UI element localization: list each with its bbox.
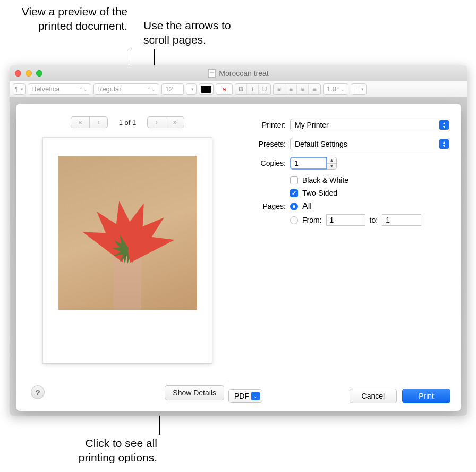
text-style-group: B I U [235, 83, 271, 95]
list-style-button[interactable]: ≣▾ [351, 83, 367, 95]
copies-input[interactable] [290, 157, 327, 170]
font-style-value: Regular [97, 85, 122, 93]
print-button[interactable]: Print [402, 389, 450, 403]
cancel-button[interactable]: Cancel [350, 389, 397, 403]
pages-from-input[interactable] [326, 214, 366, 226]
font-style-select[interactable]: Regular⌃⌄ [94, 83, 159, 95]
pages-from-label: From: [302, 216, 322, 224]
preview-image-melon [69, 190, 186, 254]
line-spacing-select[interactable]: 1.0⌃⌄ [323, 83, 348, 95]
two-sided-checkbox[interactable] [290, 189, 298, 197]
copies-step-down[interactable]: ▼ [327, 164, 336, 170]
text-color-swatch[interactable] [199, 83, 214, 95]
font-size-stepper[interactable]: ▾ [186, 83, 197, 95]
presets-label: Presets: [244, 140, 286, 148]
window-titlebar: Moroccan treat [10, 65, 468, 81]
format-toolbar: ¶▾ Helvetica⌃⌄ Regular⌃⌄ 12 ▾ a B I U ≡ … [10, 81, 468, 97]
presets-popup[interactable]: Default Settings ▲▼ [290, 138, 450, 150]
black-white-label: Black & White [302, 176, 348, 184]
pdf-menu-button[interactable]: PDF ⌄ [228, 389, 262, 403]
popup-arrows-icon: ▲▼ [439, 139, 449, 149]
print-sheet: « ‹ 1 of 1 › » [16, 104, 461, 411]
pages-to-label: to: [370, 216, 378, 224]
window-title-text: Moroccan treat [219, 69, 268, 78]
font-size-field[interactable]: 12 [162, 83, 184, 95]
presets-value: Default Settings [295, 140, 347, 148]
copies-step-up[interactable]: ▲ [327, 157, 336, 164]
line-spacing-value: 1.0 [327, 85, 336, 93]
italic-button[interactable]: I [247, 84, 259, 94]
pager-last-button[interactable]: » [166, 117, 184, 128]
pages-all-radio[interactable] [290, 203, 298, 210]
align-right-button[interactable]: ≡ [297, 84, 309, 94]
pager-next-button[interactable]: › [148, 117, 166, 128]
window-title: Moroccan treat [10, 69, 468, 78]
pager-back-group: « ‹ [71, 116, 108, 128]
align-center-button[interactable]: ≡ [285, 84, 297, 94]
two-sided-label: Two-Sided [302, 189, 337, 197]
pages-label: Pages: [244, 202, 286, 210]
pages-range-row: From: to: [290, 214, 450, 226]
chevron-down-icon: ⌄ [251, 392, 260, 400]
presets-row: Presets: Default Settings ▲▼ [244, 138, 450, 150]
font-size-value: 12 [165, 85, 173, 93]
callout-details: Click to see all printing options. [51, 436, 157, 465]
printer-value: My Printer [295, 121, 329, 129]
pager-prev-button[interactable]: ‹ [89, 117, 107, 128]
show-details-button[interactable]: Show Details [165, 385, 224, 400]
pager-label: 1 of 1 [115, 119, 140, 127]
black-white-checkbox[interactable] [290, 176, 298, 184]
two-sided-row: Two-Sided [290, 189, 450, 197]
printer-label: Printer: [244, 121, 286, 129]
copies-stepper: ▲ ▼ [290, 157, 337, 170]
print-preview-page [43, 138, 212, 363]
pager-first-button[interactable]: « [71, 117, 89, 128]
document-icon [208, 69, 216, 78]
callout-arrows: Use the arrows to scroll pages. [143, 18, 244, 47]
print-dialog-window: Moroccan treat ¶▾ Helvetica⌃⌄ Regular⌃⌄ … [10, 65, 468, 416]
pages-from-radio[interactable] [290, 216, 298, 224]
callout-preview: View a preview of the printed document. [16, 4, 128, 33]
underline-button[interactable]: U [259, 84, 270, 94]
pages-row: Pages: All [244, 201, 450, 211]
pages-all-label: All [302, 201, 312, 211]
popup-arrows-icon: ▲▼ [439, 120, 449, 130]
pages-to-input[interactable] [382, 214, 421, 226]
align-justify-button[interactable]: ≡ [309, 84, 320, 94]
options-column: Printer: My Printer ▲▼ Presets: Default … [228, 114, 450, 403]
pager-forward-group: › » [147, 116, 184, 128]
font-family-select[interactable]: Helvetica⌃⌄ [28, 83, 91, 95]
alignment-group: ≡ ≡ ≡ ≡ [273, 83, 321, 95]
paragraph-menu[interactable]: ¶▾ [13, 83, 26, 95]
printer-popup[interactable]: My Printer ▲▼ [290, 119, 450, 131]
bold-button[interactable]: B [235, 84, 247, 94]
pdf-label: PDF [234, 392, 249, 400]
copies-label: Copies: [244, 159, 286, 167]
strikethrough-button[interactable]: a [216, 83, 233, 95]
preview-image [58, 156, 197, 310]
preview-column: « ‹ 1 of 1 › » [27, 114, 228, 403]
black-white-row: Black & White [290, 176, 450, 184]
copies-stepper-buttons: ▲ ▼ [327, 157, 337, 170]
font-family-value: Helvetica [31, 85, 60, 93]
help-button[interactable]: ? [31, 385, 45, 399]
pager: « ‹ 1 of 1 › » [27, 116, 228, 128]
sheet-button-bar: PDF ⌄ Cancel Print [228, 382, 450, 403]
printer-row: Printer: My Printer ▲▼ [244, 119, 450, 131]
align-left-button[interactable]: ≡ [274, 84, 285, 94]
copies-row: Copies: ▲ ▼ [244, 157, 450, 170]
